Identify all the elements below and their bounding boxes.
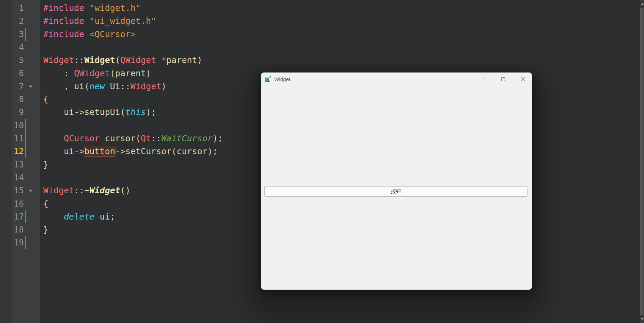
line-number: 9 (0, 106, 24, 119)
minimize-icon (481, 79, 486, 79)
push-button[interactable]: 按钮 (264, 186, 527, 197)
window-title: Widget (274, 76, 290, 82)
change-bar (25, 28, 26, 41)
change-bar (25, 132, 26, 145)
code-line[interactable]: #include "widget.h" (43, 2, 141, 15)
line-number: 7 (0, 80, 24, 93)
code-line[interactable]: } (43, 223, 48, 236)
line-number: 4 (0, 41, 24, 54)
change-bar (25, 210, 26, 223)
code-line[interactable]: : QWidget(parent) (43, 67, 151, 80)
qt-app-icon (265, 76, 271, 82)
triangle-down-icon (641, 318, 644, 320)
maximize-button[interactable] (500, 76, 506, 82)
line-number: 18 (0, 223, 24, 236)
code-line[interactable]: , ui(new Ui::Widget) (43, 80, 166, 93)
line-number: 17 (0, 210, 24, 223)
scrollbar-thumb[interactable] (640, 8, 644, 315)
line-number: 19 (0, 236, 24, 249)
code-line[interactable]: { (43, 93, 48, 106)
line-number: 6 (0, 67, 24, 80)
line-number: 8 (0, 93, 24, 106)
code-line[interactable]: #include "ui_widget.h" (43, 15, 156, 28)
code-line[interactable]: ui->setupUi(this); (43, 106, 156, 119)
gutter: 12345678910111213141516171819 (0, 0, 40, 323)
close-button[interactable] (519, 76, 526, 82)
line-number: 1 (0, 2, 24, 15)
line-number: 14 (0, 171, 24, 184)
code-line[interactable]: delete ui; (43, 210, 115, 223)
code-line[interactable]: Widget::~Widget() (43, 184, 131, 197)
code-line[interactable]: #include <QCursor> (43, 28, 136, 41)
line-number: 12 (0, 145, 24, 158)
line-number: 16 (0, 197, 24, 210)
code-line[interactable]: { (43, 197, 48, 210)
change-bar (25, 119, 26, 132)
maximize-icon (501, 77, 505, 81)
minimize-button[interactable] (480, 76, 487, 82)
line-number: 15 (0, 184, 24, 197)
qt-widget-window: Widget 按钮 (261, 72, 532, 290)
window-controls (480, 76, 526, 82)
line-number: 13 (0, 158, 24, 171)
line-number: 10 (0, 119, 24, 132)
code-line[interactable]: Widget::Widget(QWidget *parent) (43, 54, 202, 67)
line-number: 5 (0, 54, 24, 67)
fold-arrow-icon[interactable] (29, 190, 33, 192)
close-icon (520, 77, 525, 81)
code-line[interactable]: QCursor cursor(Qt::WaitCursor); (43, 132, 223, 145)
line-number: 3 (0, 28, 24, 41)
fold-arrow-icon[interactable] (29, 85, 33, 88)
editor-scrollbar[interactable] (640, 0, 644, 323)
scrollbar-down-button[interactable] (640, 315, 644, 323)
change-bar (25, 145, 26, 158)
code-line[interactable]: ui->button->setCursor(cursor); (43, 145, 218, 158)
scrollbar-up-button[interactable] (640, 0, 644, 8)
code-line[interactable]: } (43, 158, 48, 171)
change-bar (25, 236, 26, 249)
line-number: 11 (0, 132, 24, 145)
line-number: 2 (0, 15, 24, 28)
triangle-up-icon (641, 3, 644, 5)
